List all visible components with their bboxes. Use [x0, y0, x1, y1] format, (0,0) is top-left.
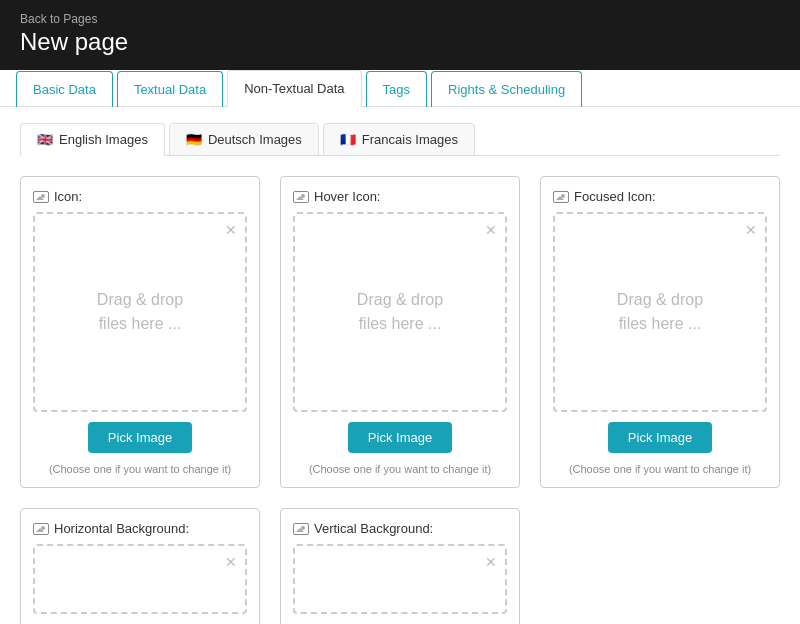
tab-basic-data[interactable]: Basic Data [16, 71, 113, 107]
icon-drop-area[interactable]: ✕ Drag & drop files here ... [33, 212, 247, 412]
bottom-grid-empty [540, 508, 780, 624]
hover-icon-drop-close[interactable]: ✕ [485, 220, 497, 241]
image-box-focused-icon-label: Focused Icon: [553, 189, 767, 204]
focused-icon-pick-image-button[interactable]: Pick Image [608, 422, 712, 453]
lang-label-francais: Francais Images [362, 132, 458, 147]
image-box-hover-icon: Hover Icon: ✕ Drag & drop files here ...… [280, 176, 520, 488]
vertical-bg-drop-area[interactable]: ✕ [293, 544, 507, 614]
focused-icon-drop-close[interactable]: ✕ [745, 220, 757, 241]
image-grid-bottom: Horizontal Background: ✕ Vertical Backgr… [20, 508, 780, 624]
image-box-horizontal-bg: Horizontal Background: ✕ [20, 508, 260, 624]
image-icon-icon [33, 191, 49, 203]
lang-label-english: English Images [59, 132, 148, 147]
image-box-hover-icon-label: Hover Icon: [293, 189, 507, 204]
image-grid-top: Icon: ✕ Drag & drop files here ... Pick … [20, 176, 780, 488]
icon-pick-image-hint: (Choose one if you want to change it) [33, 463, 247, 475]
horizontal-bg-drop-area[interactable]: ✕ [33, 544, 247, 614]
back-link[interactable]: Back to Pages [20, 12, 780, 26]
horizontal-bg-drop-close[interactable]: ✕ [225, 552, 237, 573]
flag-deutsch: 🇩🇪 [186, 132, 202, 147]
content-area: 🇬🇧 English Images 🇩🇪 Deutsch Images 🇫🇷 F… [0, 107, 800, 624]
image-box-horizontal-bg-label: Horizontal Background: [33, 521, 247, 536]
image-box-vertical-bg-label: Vertical Background: [293, 521, 507, 536]
hover-icon-pick-image-button[interactable]: Pick Image [348, 422, 452, 453]
tab-non-textual-data[interactable]: Non-Textual Data [227, 70, 361, 107]
hover-icon-pick-image-hint: (Choose one if you want to change it) [293, 463, 507, 475]
focused-icon-drop-text: Drag & drop files here ... [617, 288, 703, 336]
lang-tab-francais[interactable]: 🇫🇷 Francais Images [323, 123, 475, 156]
image-icon-hover [293, 191, 309, 203]
tab-textual-data[interactable]: Textual Data [117, 71, 223, 107]
lang-label-deutsch: Deutsch Images [208, 132, 302, 147]
flag-english: 🇬🇧 [37, 132, 53, 147]
lang-tab-english[interactable]: 🇬🇧 English Images [20, 123, 165, 156]
tab-bar: Basic Data Textual Data Non-Textual Data… [0, 70, 800, 107]
image-icon-focused [553, 191, 569, 203]
tab-rights-scheduling[interactable]: Rights & Scheduling [431, 71, 582, 107]
page-title: New page [20, 28, 780, 56]
image-icon-horizontal [33, 523, 49, 535]
icon-drop-close[interactable]: ✕ [225, 220, 237, 241]
image-box-icon: Icon: ✕ Drag & drop files here ... Pick … [20, 176, 260, 488]
icon-pick-image-button[interactable]: Pick Image [88, 422, 192, 453]
image-box-icon-label: Icon: [33, 189, 247, 204]
focused-icon-pick-image-hint: (Choose one if you want to change it) [553, 463, 767, 475]
icon-drop-text: Drag & drop files here ... [97, 288, 183, 336]
language-tabs: 🇬🇧 English Images 🇩🇪 Deutsch Images 🇫🇷 F… [20, 123, 780, 156]
focused-icon-drop-area[interactable]: ✕ Drag & drop files here ... [553, 212, 767, 412]
flag-francais: 🇫🇷 [340, 132, 356, 147]
tab-tags[interactable]: Tags [366, 71, 427, 107]
image-icon-vertical [293, 523, 309, 535]
hover-icon-drop-area[interactable]: ✕ Drag & drop files here ... [293, 212, 507, 412]
hover-icon-drop-text: Drag & drop files here ... [357, 288, 443, 336]
image-box-vertical-bg: Vertical Background: ✕ [280, 508, 520, 624]
vertical-bg-drop-close[interactable]: ✕ [485, 552, 497, 573]
image-box-focused-icon: Focused Icon: ✕ Drag & drop files here .… [540, 176, 780, 488]
lang-tab-deutsch[interactable]: 🇩🇪 Deutsch Images [169, 123, 319, 156]
header: Back to Pages New page [0, 0, 800, 70]
